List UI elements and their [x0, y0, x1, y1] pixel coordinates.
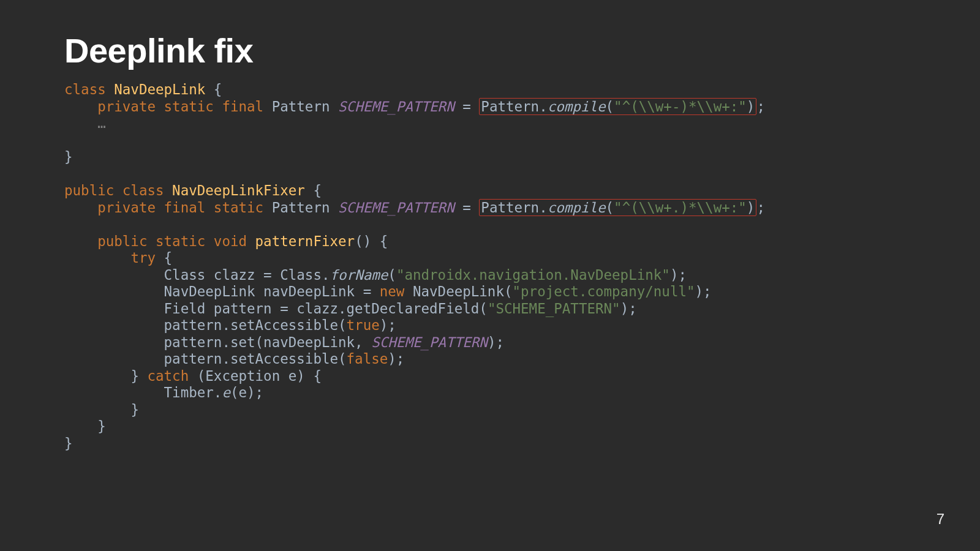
code-token: "SCHEME_PATTERN"	[488, 301, 620, 317]
code-token: (	[388, 267, 396, 283]
page-number: 7	[937, 511, 944, 528]
highlight-box-2: Pattern.compile("^(\\w+.)*\\w+:")	[479, 199, 756, 216]
code-token: class	[64, 81, 106, 97]
code-token: NavDeepLink navDeepLink =	[164, 283, 380, 299]
code-token: pattern.setAccessible(	[164, 351, 347, 367]
code-token: );	[620, 301, 637, 317]
code-token: "^(\\w+-)*\\w+:"	[614, 99, 747, 114]
code-token: pattern.setAccessible(	[164, 317, 347, 333]
code-block: class NavDeepLink { private static final…	[64, 81, 916, 452]
code-token: );	[695, 283, 712, 299]
slide-title: Deeplink fix	[64, 31, 916, 70]
code-token: "androidx.navigation.NavDeepLink"	[396, 267, 670, 283]
code-token: private static final	[97, 99, 263, 114]
code-token: (	[606, 99, 614, 114]
code-token: =	[454, 200, 480, 216]
code-token: }	[130, 368, 147, 384]
code-token: SCHEME_PATTERN	[338, 200, 454, 216]
code-token: }	[97, 418, 106, 434]
code-token: Timber.	[164, 384, 222, 400]
code-token: ;	[756, 200, 765, 216]
code-token: }	[64, 149, 73, 165]
code-token: "project.company/null"	[513, 283, 695, 299]
code-token: NavDeepLinkFixer	[164, 182, 305, 198]
code-token: );	[670, 267, 687, 283]
code-token: Field pattern = clazz.getDeclaredField(	[164, 301, 488, 317]
code-token: SCHEME_PATTERN	[371, 334, 488, 350]
code-token: )	[747, 200, 755, 216]
code-token: Class clazz = Class.	[164, 267, 330, 283]
code-token: (Exception e) {	[189, 368, 322, 384]
code-token: catch	[147, 368, 189, 384]
code-token: "^(\\w+.)*\\w+:"	[614, 200, 747, 216]
code-token: Pattern.	[481, 200, 547, 216]
code-token: NavDeepLink	[114, 81, 205, 97]
code-token: =	[454, 99, 480, 114]
code-token: false	[347, 351, 388, 367]
code-token: );	[488, 334, 504, 350]
code-token: compile	[548, 99, 606, 114]
code-token: forName	[330, 267, 388, 283]
code-token: {	[305, 182, 322, 198]
code-token: compile	[548, 200, 606, 216]
code-token: );	[380, 317, 396, 333]
code-token: () {	[355, 233, 388, 249]
code-token: )	[747, 99, 755, 114]
code-token: (e);	[230, 384, 263, 400]
code-token: private final static	[97, 200, 263, 216]
code-token: }	[130, 402, 139, 418]
code-token: pattern.set(navDeepLink,	[164, 334, 372, 350]
code-token: SCHEME_PATTERN	[338, 99, 454, 114]
code-token: NavDeepLink(	[404, 283, 512, 299]
code-token: );	[388, 351, 404, 367]
code-token: public class	[64, 182, 164, 198]
code-token: new	[380, 283, 405, 299]
code-ellipsis: …	[97, 115, 106, 131]
code-token: (	[606, 200, 614, 216]
code-token: Pattern	[263, 99, 338, 114]
code-token: Pattern	[263, 200, 338, 216]
code-token: Pattern.	[481, 99, 547, 114]
code-token: try	[130, 250, 156, 266]
code-token: e	[222, 384, 230, 400]
code-token: true	[347, 317, 380, 333]
code-token: patternFixer	[247, 233, 355, 249]
code-token: {	[205, 81, 222, 97]
code-token: }	[64, 435, 73, 451]
code-token: ;	[756, 99, 765, 114]
code-token	[106, 81, 115, 97]
code-token: public static void	[97, 233, 247, 249]
highlight-box-1: Pattern.compile("^(\\w+-)*\\w+:")	[479, 98, 756, 115]
slide: Deeplink fix class NavDeepLink { private…	[0, 0, 980, 551]
code-token: {	[156, 250, 172, 266]
